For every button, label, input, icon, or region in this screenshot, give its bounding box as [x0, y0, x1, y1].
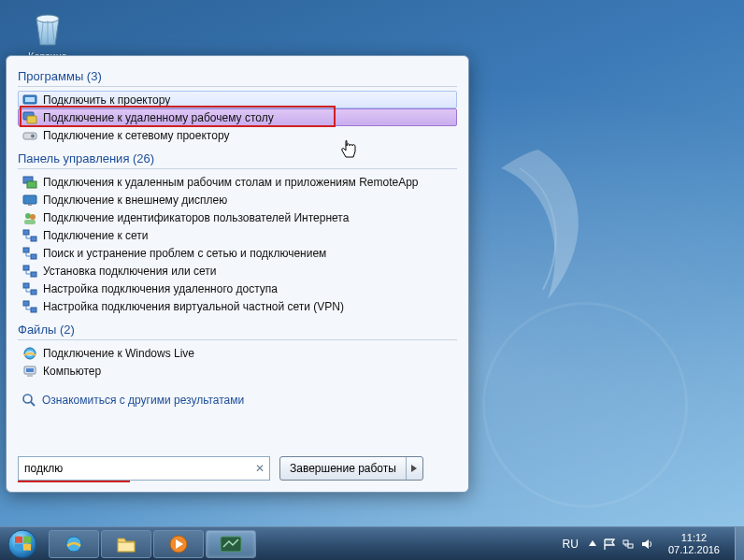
start-button[interactable]	[0, 527, 45, 561]
svg-rect-36	[628, 544, 633, 548]
files-list: Подключение к Windows Live Компьютер	[18, 344, 457, 380]
network-icon	[22, 299, 37, 314]
cp-item[interactable]: Подключение к сети	[18, 226, 457, 244]
svg-rect-27	[27, 375, 33, 377]
cp-item[interactable]: Подключения к удаленным рабочим столам и…	[18, 173, 457, 191]
file-item-windows-live[interactable]: Подключение к Windows Live	[18, 344, 457, 362]
start-menu-bottom: ✕ Завершение работы	[7, 447, 468, 492]
svg-line-29	[31, 402, 35, 406]
file-item-label: Компьютер	[43, 365, 101, 378]
cp-item-label: Подключение идентификаторов пользователе…	[43, 211, 349, 224]
section-header-programs: Программы (3)	[18, 69, 457, 87]
section-header-files: Файлы (2)	[18, 323, 457, 340]
svg-rect-15	[31, 237, 36, 241]
svg-rect-4	[27, 116, 36, 123]
cp-item[interactable]: Установка подключения или сети	[18, 262, 457, 280]
network-tray-icon[interactable]	[622, 538, 635, 551]
cp-item[interactable]: Настройка подключения виртуальной частно…	[18, 297, 457, 315]
recycle-bin[interactable]: Корзина	[15, 7, 80, 62]
windows-leaf-decoration	[454, 140, 622, 309]
control-panel-list: Подключения к удаленным рабочим столам и…	[18, 173, 457, 315]
shutdown-options-arrow[interactable]	[406, 457, 422, 480]
svg-rect-22	[23, 301, 29, 306]
program-item-label: Подключение к удаленному рабочему столу	[43, 111, 274, 124]
windows-orb-icon	[7, 528, 38, 560]
network-icon	[22, 246, 37, 261]
network-icon	[22, 264, 37, 279]
svg-rect-35	[623, 540, 628, 544]
see-more-results[interactable]: Ознакомиться с другими результатами	[18, 387, 457, 417]
recycle-bin-icon	[27, 7, 68, 49]
file-item-computer[interactable]: Компьютер	[18, 362, 457, 380]
volume-icon[interactable]	[640, 538, 653, 551]
clock-date: 07.12.2016	[668, 544, 720, 556]
cp-item-label: Подключение к сети	[43, 229, 148, 242]
tray-icons	[588, 538, 653, 551]
users-icon	[22, 210, 37, 225]
cp-item-label: Установка подключения или сети	[43, 265, 216, 278]
search-wrap: ✕	[18, 456, 270, 481]
start-menu: Программы (3) Подключить к проектору Под…	[6, 55, 469, 493]
program-item-network-projector[interactable]: Подключение к сетевому проектору	[18, 126, 457, 144]
clear-search-icon[interactable]: ✕	[255, 462, 265, 475]
cp-item[interactable]: Подключение к внешнему дисплею	[18, 191, 457, 208]
cp-item[interactable]: Подключение идентификаторов пользователе…	[18, 208, 457, 226]
folder-icon	[116, 535, 136, 553]
cp-item[interactable]: Настройка подключения удаленного доступа	[18, 280, 457, 297]
taskbar-item-explorer[interactable]	[101, 530, 151, 558]
see-more-label: Ознакомиться с другими результатами	[42, 394, 244, 407]
svg-point-11	[25, 213, 31, 219]
clock-time: 11:12	[668, 532, 720, 544]
svg-rect-13	[24, 220, 36, 224]
taskbar-item-ie[interactable]	[49, 530, 99, 558]
svg-point-28	[23, 395, 32, 403]
svg-rect-23	[31, 308, 36, 312]
svg-rect-19	[31, 272, 36, 277]
clock[interactable]: 11:12 07.12.2016	[663, 532, 725, 555]
taskbar-item-active-app[interactable]	[206, 530, 256, 558]
svg-rect-16	[23, 248, 29, 252]
search-input[interactable]	[18, 456, 270, 481]
program-item-label: Подключить к проектору	[43, 93, 170, 107]
show-desktop-button[interactable]	[735, 527, 744, 561]
svg-rect-20	[23, 283, 29, 288]
taskbar-item-media-player[interactable]	[153, 530, 204, 558]
cp-item-label: Подключение к внешнему дисплею	[43, 194, 227, 207]
projector-icon	[22, 93, 37, 108]
computer-icon	[22, 364, 37, 379]
program-item-label: Подключение к сетевому проектору	[43, 129, 229, 142]
cp-item-label: Настройка подключения виртуальной частно…	[43, 300, 344, 313]
svg-point-12	[30, 214, 36, 220]
shutdown-label: Завершение работы	[280, 457, 406, 480]
pinned-apps	[45, 530, 260, 558]
display-icon	[22, 193, 37, 208]
cp-item[interactable]: Поиск и устранение проблем с сетью и под…	[18, 244, 457, 262]
svg-rect-17	[31, 254, 36, 259]
desktop[interactable]: Корзина Программы (3) Подключить к проек…	[0, 0, 744, 526]
program-item-remote-desktop[interactable]: Подключение к удаленному рабочему столу	[18, 108, 457, 126]
search-icon	[21, 393, 36, 408]
chevron-right-icon	[410, 465, 418, 472]
tray-expand-icon[interactable]	[588, 538, 597, 551]
svg-rect-8	[27, 181, 36, 188]
rdp-icon	[22, 110, 37, 125]
language-indicator[interactable]: RU	[563, 538, 579, 551]
media-player-icon	[168, 534, 189, 554]
svg-point-6	[31, 134, 35, 137]
svg-rect-10	[28, 204, 32, 206]
window-icon	[220, 536, 242, 553]
program-item-connect-projector[interactable]: Подключить к проектору	[18, 91, 457, 108]
flag-icon[interactable]	[603, 538, 616, 551]
programs-list: Подключить к проектору Подключение к уда…	[18, 91, 457, 144]
svg-rect-32	[118, 542, 135, 552]
shutdown-button[interactable]: Завершение работы	[279, 456, 423, 481]
cp-item-label: Подключения к удаленным рабочим столам и…	[43, 176, 419, 189]
remoteapp-icon	[22, 175, 37, 190]
search-results: Программы (3) Подключить к проектору Под…	[7, 56, 468, 447]
network-icon	[22, 281, 37, 296]
file-item-label: Подключение к Windows Live	[43, 347, 194, 360]
svg-rect-14	[23, 230, 29, 235]
svg-rect-2	[25, 97, 35, 102]
svg-rect-21	[31, 290, 36, 294]
ie-icon	[22, 346, 37, 361]
